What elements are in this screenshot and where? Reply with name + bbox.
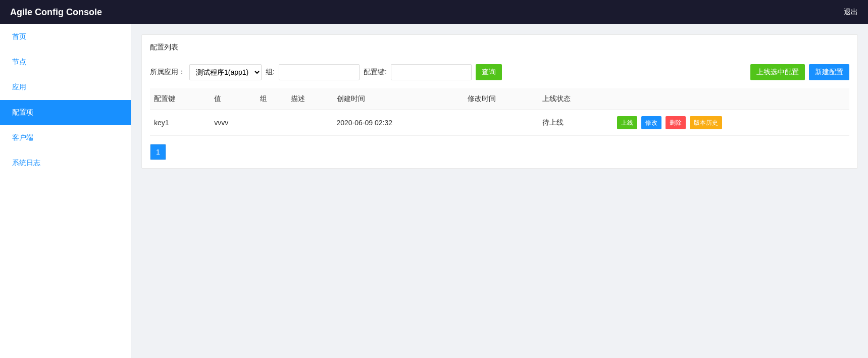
sidebar-item-apps[interactable]: 应用	[0, 75, 131, 100]
cell-actions: 上线 修改 删除 版本历史	[613, 110, 849, 136]
app-select[interactable]: 测试程序1(app1)	[189, 64, 262, 80]
cell-value: vvvv	[210, 110, 256, 136]
col-actions	[613, 88, 849, 110]
key-input[interactable]	[391, 64, 472, 80]
online-row-button[interactable]: 上线	[617, 116, 637, 129]
header: Agile Config Console 退出	[0, 0, 868, 24]
col-created: 创建时间	[333, 88, 464, 110]
config-table: 配置键 值 组 描述 创建时间 修改时间 上线状态 key1 vvvv	[150, 88, 849, 136]
main-content: 配置列表 所属应用： 测试程序1(app1) 组: 配置键: 查询 上线选中配置…	[131, 24, 868, 358]
col-status: 上线状态	[538, 88, 613, 110]
online-selected-button[interactable]: 上线选中配置	[750, 64, 805, 80]
app-title: Agile Config Console	[10, 7, 102, 18]
col-modified: 修改时间	[464, 88, 538, 110]
filter-bar: 所属应用： 测试程序1(app1) 组: 配置键: 查询 上线选中配置 新建配置	[150, 64, 849, 80]
sidebar-item-clients[interactable]: 客户端	[0, 125, 131, 150]
col-value: 值	[210, 88, 256, 110]
cell-desc	[287, 110, 332, 136]
cell-status: 待上线	[538, 110, 613, 136]
config-card: 配置列表 所属应用： 测试程序1(app1) 组: 配置键: 查询 上线选中配置…	[141, 34, 858, 169]
cell-key: key1	[150, 110, 210, 136]
table-row: key1 vvvv 2020-06-09 02:32 待上线 上线 修改 删除	[150, 110, 849, 136]
logout-button[interactable]: 退出	[844, 8, 858, 17]
card-title: 配置列表	[150, 43, 849, 56]
app-label: 所属应用：	[150, 68, 185, 77]
search-button[interactable]: 查询	[476, 64, 502, 80]
col-key: 配置键	[150, 88, 210, 110]
status-badge: 待上线	[542, 118, 564, 126]
page-1-button[interactable]: 1	[150, 144, 166, 160]
new-config-button[interactable]: 新建配置	[809, 64, 849, 80]
key-label: 配置键:	[364, 68, 387, 77]
filter-right-actions: 上线选中配置 新建配置	[750, 64, 849, 80]
sidebar-item-home[interactable]: 首页	[0, 24, 131, 49]
edit-row-button[interactable]: 修改	[641, 116, 661, 129]
group-label: 组:	[266, 68, 275, 77]
col-group: 组	[256, 88, 287, 110]
cell-group	[256, 110, 287, 136]
history-row-button[interactable]: 版本历史	[690, 116, 722, 129]
sidebar: 首页 节点 应用 配置项 客户端 系统日志	[0, 24, 131, 358]
group-input[interactable]	[279, 64, 360, 80]
cell-created: 2020-06-09 02:32	[333, 110, 464, 136]
delete-row-button[interactable]: 删除	[666, 116, 686, 129]
table-header-row: 配置键 值 组 描述 创建时间 修改时间 上线状态	[150, 88, 849, 110]
cell-modified	[464, 110, 538, 136]
sidebar-item-config[interactable]: 配置项	[0, 100, 131, 125]
col-desc: 描述	[287, 88, 332, 110]
pagination: 1	[150, 144, 849, 160]
sidebar-item-syslog[interactable]: 系统日志	[0, 150, 131, 176]
layout: 首页 节点 应用 配置项 客户端 系统日志 配置列表 所属应用： 测试程序1(a…	[0, 24, 868, 358]
sidebar-item-nodes[interactable]: 节点	[0, 49, 131, 75]
